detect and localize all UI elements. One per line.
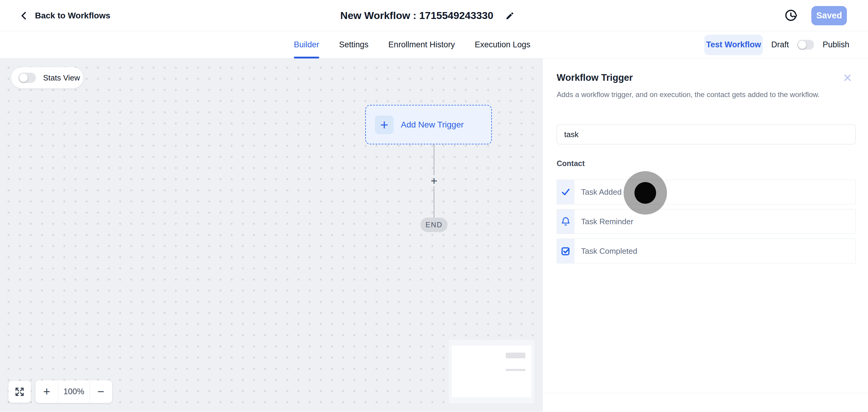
option-label: Task Completed — [575, 239, 637, 263]
workflow-canvas[interactable]: Stats View + Add New Trigger + END — [0, 59, 542, 412]
edit-title-icon[interactable] — [505, 11, 515, 20]
stats-view-label: Stats View — [43, 73, 80, 83]
plus-icon: + — [375, 116, 394, 134]
panel-description: Adds a workflow trigger, and on executio… — [557, 90, 858, 99]
zoom-level: 100% — [58, 380, 90, 403]
section-label-contact: Contact — [557, 159, 585, 168]
workflow-trigger-panel: Workflow Trigger Adds a workflow trigger… — [542, 59, 868, 412]
trigger-option-task-added[interactable]: Task Added — [557, 180, 856, 204]
expand-icon — [14, 386, 25, 397]
page-title: New Workflow : 1715549243330 — [340, 10, 493, 22]
check-icon — [557, 180, 575, 204]
top-bar-right: Saved — [784, 0, 847, 31]
publish-label: Publish — [823, 40, 849, 50]
zoom-out-button[interactable]: − — [90, 380, 112, 403]
history-icon[interactable] — [784, 9, 798, 22]
trigger-option-task-reminder[interactable]: Task Reminder — [557, 209, 856, 234]
tab-execution-logs[interactable]: Execution Logs — [475, 31, 530, 58]
tab-builder[interactable]: Builder — [294, 31, 319, 58]
stats-view-toggle-knob — [19, 73, 28, 82]
checkbox-check-icon — [557, 239, 575, 263]
connector-line-bottom — [434, 186, 434, 218]
stats-view-control: Stats View — [11, 67, 83, 88]
tab-bar: Builder Settings Enrollment History Exec… — [0, 31, 868, 59]
connector-line-top — [434, 145, 434, 175]
minimap-trigger-node — [506, 353, 525, 358]
content: Stats View + Add New Trigger + END — [0, 59, 868, 412]
zoom-in-button[interactable]: + — [36, 380, 58, 403]
close-panel-button[interactable] — [842, 72, 853, 83]
fit-view-button[interactable] — [8, 381, 31, 403]
minimap[interactable] — [449, 340, 534, 403]
trigger-search-input[interactable] — [557, 124, 856, 145]
add-new-trigger-label: Add New Trigger — [401, 120, 464, 130]
title-area: New Workflow : 1715549243330 — [340, 0, 515, 31]
tabs: Builder Settings Enrollment History Exec… — [294, 31, 530, 58]
publish-toggle-knob — [798, 41, 806, 49]
tab-settings[interactable]: Settings — [339, 31, 369, 58]
tab-enrollment-history[interactable]: Enrollment History — [389, 31, 455, 58]
publish-toggle[interactable] — [797, 40, 814, 50]
add-new-trigger-node[interactable]: + Add New Trigger — [365, 105, 492, 145]
add-step-plus-button[interactable]: + — [429, 176, 439, 186]
trigger-option-task-completed[interactable]: Task Completed — [557, 239, 856, 263]
bell-icon — [557, 210, 575, 233]
back-to-workflows-button[interactable]: Back to Workflows — [19, 0, 110, 31]
saved-button[interactable]: Saved — [811, 6, 847, 25]
test-workflow-button[interactable]: Test Workflow — [704, 35, 763, 55]
zoom-controls: + 100% − — [36, 380, 112, 403]
stats-view-toggle[interactable] — [19, 73, 36, 83]
panel-footer-divider — [543, 393, 868, 393]
option-label: Task Added — [575, 180, 621, 204]
minimap-viewport — [452, 346, 531, 397]
tab-bar-right: Test Workflow Draft Publish — [704, 31, 849, 58]
back-label: Back to Workflows — [35, 11, 110, 21]
end-node: END — [421, 218, 447, 232]
top-bar: Back to Workflows New Workflow : 1715549… — [0, 0, 868, 31]
chevron-left-icon — [19, 11, 29, 21]
minimap-end-node — [506, 369, 525, 371]
option-label: Task Reminder — [575, 210, 633, 233]
draft-label: Draft — [771, 40, 789, 50]
panel-title: Workflow Trigger — [557, 72, 633, 83]
